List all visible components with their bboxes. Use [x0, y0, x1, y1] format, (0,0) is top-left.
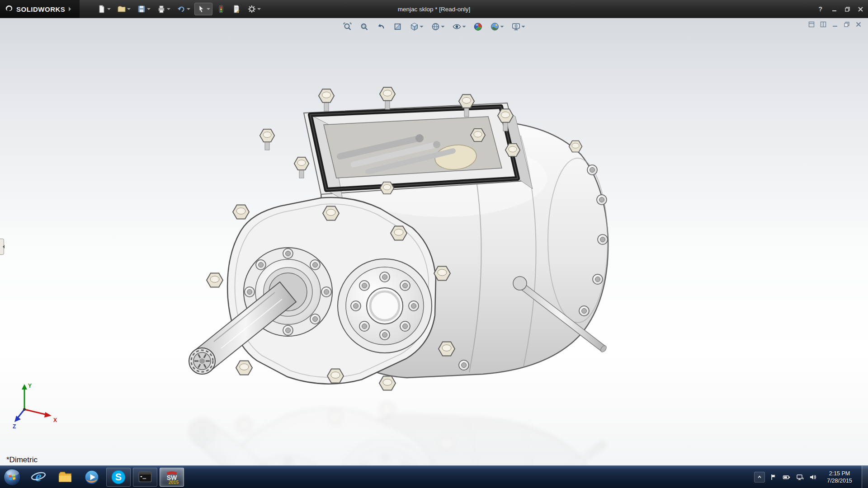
- close-icon: [855, 21, 862, 28]
- taskbar-clock[interactable]: 2:15 PM 7/28/2015: [821, 470, 858, 484]
- system-tray: 2:15 PM 7/28/2015: [754, 466, 868, 488]
- menu-flyout-chevron-icon[interactable]: [69, 7, 73, 11]
- x-axis-label: X: [53, 417, 57, 423]
- hide-show-items-button[interactable]: [451, 21, 468, 33]
- window-minimize-button[interactable]: [831, 6, 837, 12]
- restore-icon: [844, 6, 850, 12]
- edit-appearance-ball-icon: [474, 22, 483, 31]
- svg-text:e: e: [35, 469, 42, 484]
- open-folder-icon: [117, 5, 126, 14]
- dropdown-caret-icon: [167, 8, 170, 12]
- restore-icon: [844, 21, 850, 28]
- undo-arrow-icon: [177, 5, 186, 14]
- doc-close-button[interactable]: [855, 21, 862, 28]
- section-view-button[interactable]: [392, 21, 404, 33]
- clock-date: 7/28/2015: [821, 477, 858, 484]
- command-prompt-icon: [137, 469, 153, 485]
- select-tool-button[interactable]: [194, 3, 212, 15]
- windows-start-orb-icon: [4, 469, 21, 486]
- previous-view-icon: [377, 22, 386, 31]
- view-orientation-cube-icon: [410, 22, 419, 31]
- dropdown-caret-icon: [147, 8, 151, 12]
- display-style-icon: [431, 22, 440, 31]
- action-center-flag-icon[interactable]: [769, 473, 778, 482]
- options-button[interactable]: [245, 3, 263, 15]
- chevron-up-icon: [757, 474, 762, 480]
- y-axis-label: Y: [28, 383, 32, 389]
- headsup-view-toolbar: [341, 21, 527, 33]
- document-title: menjac sklop * [Read-only]: [398, 6, 471, 13]
- dropdown-caret-icon: [187, 8, 190, 12]
- volume-icon[interactable]: [808, 473, 817, 482]
- battery-icon[interactable]: [782, 473, 791, 482]
- window-close-button[interactable]: [858, 6, 863, 12]
- doc-restore-button[interactable]: [844, 21, 850, 28]
- save-button[interactable]: [135, 3, 153, 15]
- minimize-icon: [832, 21, 838, 28]
- titlebar-window-controls: ?: [816, 5, 863, 14]
- dropdown-caret-icon: [207, 8, 210, 12]
- show-hidden-icons-button[interactable]: [754, 472, 765, 483]
- taskbar-button-solidworks[interactable]: SW 2015: [160, 468, 184, 487]
- network-icon[interactable]: [795, 473, 804, 482]
- hide-show-eye-icon: [453, 22, 462, 31]
- file-properties-button[interactable]: [230, 3, 243, 15]
- zoom-to-area-button[interactable]: [358, 21, 371, 33]
- print-icon: [157, 5, 166, 14]
- apply-scene-button[interactable]: [489, 21, 506, 33]
- help-icon[interactable]: ?: [816, 5, 825, 14]
- graphics-area[interactable]: Y X Z *Dimetric: [0, 18, 868, 465]
- taskbar-button-skype[interactable]: S: [106, 468, 131, 487]
- zoom-to-fit-button[interactable]: [341, 21, 354, 33]
- select-cursor-icon: [197, 5, 206, 14]
- taskbar: e: [0, 465, 868, 488]
- zoom-to-area-icon: [360, 22, 369, 31]
- window-restore-button[interactable]: [844, 6, 850, 12]
- titlebar: SOLIDWORKS: [0, 0, 868, 18]
- close-icon: [858, 6, 863, 12]
- z-axis-label: Z: [13, 423, 16, 430]
- clock-time: 2:15 PM: [821, 470, 858, 477]
- dropdown-caret-icon: [522, 26, 525, 29]
- open-button[interactable]: [115, 3, 133, 15]
- menubar-toolbar: [95, 3, 263, 15]
- dropdown-caret-icon: [462, 26, 466, 29]
- view-settings-button[interactable]: [510, 21, 527, 33]
- solidworks-app-icon: SW 2015: [164, 469, 180, 485]
- section-view-icon: [393, 22, 402, 31]
- z-axis-arrow-icon: [14, 416, 21, 422]
- file-properties-icon: [232, 5, 241, 14]
- zoom-to-fit-icon: [343, 22, 352, 31]
- taskbar-button-internet-explorer[interactable]: e: [26, 468, 51, 487]
- view-settings-icon: [512, 22, 521, 31]
- view-orientation-button[interactable]: [408, 21, 425, 33]
- dropdown-caret-icon: [257, 8, 261, 12]
- start-button[interactable]: [0, 466, 24, 488]
- document-window-controls: [808, 21, 862, 28]
- dropdown-caret-icon: [420, 26, 424, 29]
- edit-appearance-button[interactable]: [472, 21, 485, 33]
- doc-minimize-button[interactable]: [832, 21, 838, 28]
- svg-text:S: S: [115, 472, 122, 483]
- doc-window-tile-button[interactable]: [808, 21, 815, 28]
- rebuild-traffic-light-icon: [217, 5, 226, 14]
- solidworks-year-badge: 2015: [169, 480, 179, 485]
- show-desktop-button[interactable]: [862, 466, 868, 488]
- taskbar-button-media-player[interactable]: [80, 468, 104, 487]
- y-axis-arrow-icon: [22, 384, 27, 389]
- display-style-button[interactable]: [429, 21, 447, 33]
- split-pane-icon: [820, 21, 826, 28]
- taskbar-button-command-prompt[interactable]: [133, 468, 157, 487]
- folder-icon: [57, 469, 73, 485]
- solidworks-logo[interactable]: SOLIDWORKS: [0, 0, 80, 18]
- previous-view-button[interactable]: [375, 21, 387, 33]
- doc-window-pane-button[interactable]: [820, 21, 826, 28]
- undo-button[interactable]: [175, 3, 193, 15]
- rebuild-button[interactable]: [214, 3, 228, 15]
- new-document-button[interactable]: [95, 3, 113, 15]
- print-button[interactable]: [155, 3, 173, 15]
- skype-icon: S: [111, 469, 126, 485]
- featuremanager-flyout-handle[interactable]: [0, 239, 4, 255]
- taskbar-button-windows-explorer[interactable]: [53, 468, 77, 487]
- taskbar-apps: e: [26, 468, 184, 487]
